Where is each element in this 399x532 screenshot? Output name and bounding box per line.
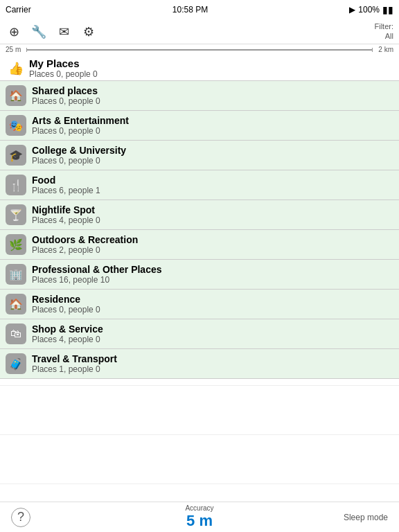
accuracy-value: 5 m	[185, 512, 213, 530]
category-item-shop-service[interactable]: 🛍Shop & ServicePlaces 4, people 0	[0, 319, 399, 349]
my-places-text: My Places Places 0, people 0	[29, 57, 98, 79]
battery-icon: ▮▮	[382, 4, 393, 15]
nightlife-spot-title: Nightlife Spot	[32, 204, 100, 215]
my-places-icon: 👍	[6, 58, 26, 79]
battery-label: 100%	[358, 5, 380, 15]
shared-places-subtitle: Places 0, people 0	[32, 96, 100, 106]
accuracy-label: Accuracy	[185, 504, 213, 512]
signal-label: ▶ 100% ▮▮	[349, 4, 393, 15]
outdoors-recreation-title: Outdoors & Recreation	[32, 234, 138, 245]
food-title: Food	[32, 175, 100, 186]
scale-right: 2 km	[378, 46, 393, 53]
college-university-title: College & University	[32, 145, 126, 156]
accuracy-block: Accuracy 5 m	[185, 504, 213, 530]
residence-subtitle: Places 0, people 0	[32, 305, 100, 314]
residence-title: Residence	[32, 294, 100, 305]
toolbar: ⊕ 🔧 ✉ ⚙ Filter:All	[0, 19, 399, 44]
time-label: 10:58 PM	[172, 5, 208, 15]
gear-icon[interactable]: ⚙	[80, 24, 97, 40]
bookmark-icon[interactable]: ✉	[55, 24, 72, 40]
outdoors-recreation-icon: 🌿	[6, 234, 26, 255]
category-item-professional-other[interactable]: 🏢Professional & Other PlacesPlaces 16, p…	[0, 260, 399, 290]
travel-transport-icon: 🧳	[6, 353, 26, 374]
shop-service-icon: 🛍	[6, 323, 26, 344]
category-item-college-university[interactable]: 🎓College & UniversityPlaces 0, people 0	[0, 141, 399, 170]
arts-entertainment-icon: 🎭	[6, 115, 26, 136]
nightlife-spot-subtitle: Places 4, people 0	[32, 215, 100, 225]
residence-icon: 🏠	[6, 294, 26, 314]
professional-other-subtitle: Places 16, people 10	[32, 275, 162, 285]
scale-left: 25 m	[6, 46, 21, 53]
professional-other-title: Professional & Other Places	[32, 264, 162, 275]
category-item-shared-places[interactable]: 🏠Shared placesPlaces 0, people 0	[0, 81, 399, 111]
scale-bar	[26, 49, 373, 51]
category-item-nightlife-spot[interactable]: 🍸Nightlife SpotPlaces 4, people 0	[0, 200, 399, 230]
bottom-bar: ? Accuracy 5 m Sleep mode	[0, 502, 399, 532]
professional-other-icon: 🏢	[6, 264, 26, 285]
outdoors-recreation-subtitle: Places 2, people 0	[32, 245, 138, 255]
scale-bar-row: 25 m 2 km	[0, 44, 399, 55]
category-list: 🏠Shared placesPlaces 0, people 0🎭Arts & …	[0, 80, 399, 379]
food-subtitle: Places 6, people 1	[32, 186, 100, 195]
category-item-residence[interactable]: 🏠ResidencePlaces 0, people 0	[0, 290, 399, 319]
filter-label: Filter:All	[375, 22, 394, 40]
category-item-food[interactable]: 🍴FoodPlaces 6, people 1	[0, 170, 399, 200]
food-icon: 🍴	[6, 175, 26, 195]
category-item-outdoors-recreation[interactable]: 🌿Outdoors & RecreationPlaces 2, people 0	[0, 230, 399, 260]
college-university-icon: 🎓	[6, 145, 26, 166]
college-university-subtitle: Places 0, people 0	[32, 156, 126, 166]
help-icon[interactable]: ?	[11, 508, 30, 527]
wrench-icon[interactable]: 🔧	[30, 24, 47, 40]
shop-service-subtitle: Places 4, people 0	[32, 335, 103, 344]
arts-entertainment-title: Arts & Entertainment	[32, 115, 129, 126]
search-icon[interactable]: ⊕	[6, 24, 22, 40]
shop-service-title: Shop & Service	[32, 323, 103, 335]
carrier-label: Carrier	[6, 5, 31, 15]
arts-entertainment-subtitle: Places 0, people 0	[32, 126, 129, 136]
my-places-subtitle: Places 0, people 0	[29, 69, 98, 79]
nightlife-spot-icon: 🍸	[6, 204, 26, 225]
shared-places-icon: 🏠	[6, 85, 26, 106]
travel-transport-title: Travel & Transport	[32, 353, 117, 364]
shared-places-title: Shared places	[32, 85, 100, 96]
category-item-arts-entertainment[interactable]: 🎭Arts & EntertainmentPlaces 0, people 0	[0, 111, 399, 141]
category-item-travel-transport[interactable]: 🧳Travel & TransportPlaces 1, people 0	[0, 349, 399, 379]
travel-transport-subtitle: Places 1, people 0	[32, 364, 117, 374]
empty-body	[0, 385, 399, 502]
sleep-mode-label: Sleep mode	[344, 513, 388, 522]
my-places-title: My Places	[29, 57, 98, 69]
my-places-header: 👍 My Places Places 0, people 0	[0, 55, 399, 80]
status-bar: Carrier 10:58 PM ▶ 100% ▮▮	[0, 0, 399, 19]
wifi-icon: ▶	[349, 5, 355, 15]
